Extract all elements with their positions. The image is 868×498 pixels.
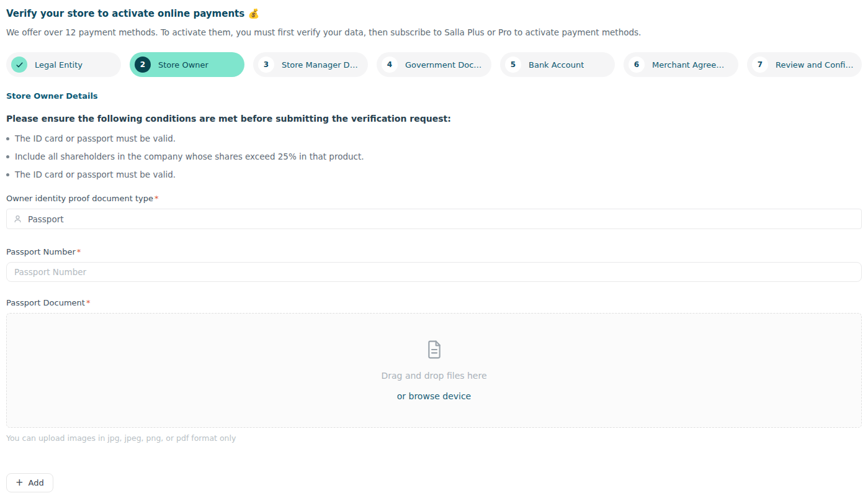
page-title: Verify your store to activate online pay… [6,8,862,19]
plus-icon: + [16,478,24,487]
passport-document-label: Passport Document* [6,298,862,307]
bullet-icon [6,155,9,158]
condition-text: The ID card or passport must be valid. [15,170,176,179]
verification-stepper: Legal Entity 2 Store Owner 3 Store Manag… [6,52,862,77]
condition-item: Include all shareholders in the company … [6,152,862,161]
doc-type-label: Owner identity proof document type* [6,194,862,203]
passport-number-input[interactable] [6,262,862,282]
page-subtitle: We offer over 12 payment methods. To act… [6,27,862,37]
step-number: 4 [382,57,398,73]
file-dropzone[interactable]: Drag and drop files here or browse devic… [6,313,862,428]
check-icon [11,57,27,73]
condition-text: The ID card or passport must be valid. [15,134,176,143]
condition-text: Include all shareholders in the company … [15,152,364,161]
step-number: 5 [505,57,521,73]
person-icon [13,214,22,224]
add-button-label: Add [29,478,44,487]
required-asterisk: * [77,247,81,256]
step-government-documents[interactable]: 4 Government Docume... [377,52,491,77]
section-heading: Store Owner Details [6,91,862,101]
conditions-list: The ID card or passport must be valid. I… [6,134,862,179]
field-passport-document: Passport Document* Drag and drop files h… [6,298,862,443]
browse-device-link[interactable]: or browse device [397,391,471,401]
step-number: 6 [629,57,645,73]
step-label: Review and Confirm [776,60,854,70]
condition-item: The ID card or passport must be valid. [6,134,862,143]
store-verification-page: Verify your store to activate online pay… [0,0,868,498]
bullet-icon [6,137,9,140]
add-button[interactable]: + Add [6,473,53,492]
step-label: Store Owner [158,60,208,70]
step-number: 2 [135,57,151,73]
step-label: Legal Entity [35,60,83,70]
doc-type-value: Passport [28,214,64,224]
dropzone-text: Drag and drop files here [381,371,486,381]
passport-number-label: Passport Number* [6,247,862,256]
doc-type-select[interactable]: Passport [6,209,862,229]
required-asterisk: * [154,194,159,203]
conditions-title: Please ensure the following conditions a… [6,114,862,124]
step-legal-entity[interactable]: Legal Entity [6,52,121,77]
step-bank-account[interactable]: 5 Bank Account [500,52,615,77]
step-label: Bank Account [529,60,584,70]
step-merchant-agreement[interactable]: 6 Merchant Agreement [624,52,738,77]
step-label: Store Manager Details [282,60,360,70]
bullet-icon [6,173,9,176]
step-store-manager-details[interactable]: 3 Store Manager Details [253,52,368,77]
condition-item: The ID card or passport must be valid. [6,170,862,179]
step-review-and-confirm[interactable]: 7 Review and Confirm [747,52,862,77]
step-label: Government Docume... [405,60,484,70]
upload-format-hint: You can upload images in jpg, jpeg, png,… [6,433,862,443]
step-label: Merchant Agreement [652,60,731,70]
step-number: 3 [258,57,274,73]
document-icon [424,340,444,360]
field-doc-type: Owner identity proof document type* Pass… [6,194,862,229]
field-passport-number: Passport Number* [6,247,862,282]
step-number: 7 [752,57,768,73]
step-store-owner[interactable]: 2 Store Owner [130,52,244,77]
required-asterisk: * [86,298,91,307]
